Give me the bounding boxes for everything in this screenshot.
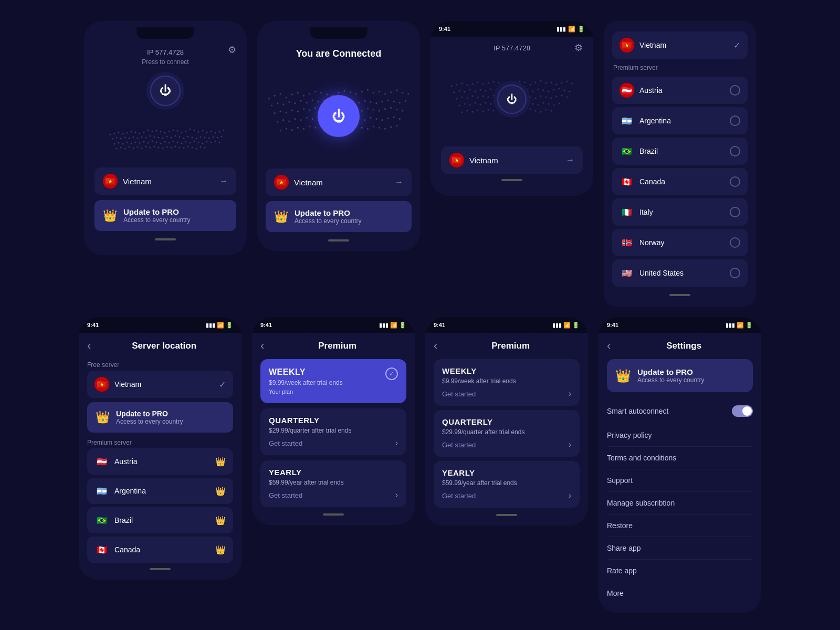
svg-point-304 xyxy=(548,103,550,105)
svg-point-241 xyxy=(572,83,573,85)
setting-rate[interactable]: Rate app xyxy=(607,560,753,582)
world-map xyxy=(94,116,236,163)
us-server-item[interactable]: 🇺🇸 United States xyxy=(612,259,748,287)
svg-point-32 xyxy=(129,138,130,139)
vietnam-country-row-3[interactable]: 🇻🇳 Vietnam → xyxy=(441,146,583,174)
svg-point-2 xyxy=(118,132,120,133)
brazil-label-sl: Brazil xyxy=(114,516,210,524)
yearly-cta[interactable]: Get started xyxy=(269,491,302,499)
vietnam-flag-sl: 🇻🇳 xyxy=(94,377,109,392)
privacy-label: Privacy policy xyxy=(607,431,652,439)
setting-more[interactable]: More xyxy=(607,582,753,604)
screen-premium-2: 9:41 ▮▮▮ 📶 🔋 ‹ Premium WEEKLY $9.99/week… xyxy=(425,317,588,526)
svg-point-195 xyxy=(393,117,395,118)
svg-point-63 xyxy=(148,142,149,144)
svg-point-267 xyxy=(467,98,468,99)
weekly-plan-price-2: $9.99/week after trial ends xyxy=(442,377,571,385)
svg-point-3 xyxy=(122,133,124,135)
svg-point-80 xyxy=(219,142,220,143)
weekly-plan-2[interactable]: WEEKLY $9.99/week after trial ends Get s… xyxy=(434,359,580,406)
svg-point-153 xyxy=(280,110,281,112)
power-button[interactable]: ⏻ xyxy=(146,72,184,110)
argentina-flag: 🇦🇷 xyxy=(620,113,634,128)
svg-point-48 xyxy=(196,138,197,140)
argentina-server-item[interactable]: 🇦🇷 Argentina xyxy=(612,107,748,134)
svg-point-51 xyxy=(208,138,210,139)
vietnam-flag-panel: 🇻🇳 xyxy=(620,38,634,52)
svg-point-222 xyxy=(472,83,474,85)
quarterly-plan-name-2: QUARTERLY xyxy=(442,417,571,426)
svg-point-159 xyxy=(314,107,316,109)
svg-point-260 xyxy=(548,91,550,92)
svg-point-8 xyxy=(143,132,145,133)
setting-smart-autoconnect[interactable]: Smart autoconnect xyxy=(607,398,753,424)
svg-point-214 xyxy=(379,127,380,128)
setting-privacy[interactable]: Privacy policy xyxy=(607,424,753,447)
power-button-3[interactable]: ⏻ xyxy=(494,81,530,118)
svg-point-312 xyxy=(488,109,489,111)
yearly-cta-2[interactable]: Get started xyxy=(442,492,476,500)
svg-point-30 xyxy=(120,138,122,140)
norway-server-item[interactable]: 🇳🇴 Norway xyxy=(612,229,748,256)
yearly-plan-2[interactable]: YEARLY $59.99/year after trial ends Get … xyxy=(434,461,580,508)
crown-icon: 👑 xyxy=(103,209,117,223)
toggle-smart[interactable] xyxy=(732,405,753,417)
argentina-label: Argentina xyxy=(639,117,724,125)
vietnam-country-row-connected[interactable]: 🇻🇳 Vietnam → xyxy=(266,169,412,196)
back-button-sl[interactable]: ‹ xyxy=(87,339,91,353)
yearly-plan[interactable]: YEARLY $59.99/year after trial ends Get … xyxy=(260,460,406,507)
brazil-server-item[interactable]: 🇧🇷 Brazil xyxy=(612,138,748,165)
norway-flag: 🇳🇴 xyxy=(620,235,634,250)
back-button-p1[interactable]: ‹ xyxy=(260,339,264,353)
italy-server-item[interactable]: 🇮🇹 Italy xyxy=(612,198,748,226)
svg-point-87 xyxy=(141,148,143,149)
austria-item-sl[interactable]: 🇦🇹 Austria 👑 xyxy=(87,448,233,475)
brazil-item-sl[interactable]: 🇧🇷 Brazil 👑 xyxy=(87,507,233,533)
setting-terms[interactable]: Terms and conditions xyxy=(607,447,753,469)
pro-banner-settings[interactable]: 👑 Update to PRO Access to every country xyxy=(607,359,753,392)
gear-icon[interactable]: ⚙ xyxy=(228,44,236,56)
setting-share[interactable]: Share app xyxy=(607,537,753,560)
power-button-active[interactable]: ⏻ xyxy=(318,95,360,137)
weekly-cta-2[interactable]: Get started xyxy=(442,390,476,398)
setting-support[interactable]: Support xyxy=(607,469,753,492)
pro-upgrade-banner[interactable]: 👑 Update to PRO Access to every country xyxy=(94,200,236,231)
svg-point-10 xyxy=(152,131,153,132)
svg-point-43 xyxy=(175,135,176,137)
svg-point-201 xyxy=(303,128,304,130)
vietnam-free-item[interactable]: 🇻🇳 Vietnam ✓ xyxy=(87,371,233,398)
svg-point-261 xyxy=(553,89,555,91)
settings-title: Settings xyxy=(615,341,753,351)
back-button-settings[interactable]: ‹ xyxy=(607,339,611,353)
svg-point-167 xyxy=(361,110,363,111)
austria-server-item[interactable]: 🇦🇹 Austria xyxy=(612,77,748,104)
svg-point-64 xyxy=(152,141,153,142)
svg-point-152 xyxy=(274,112,276,114)
vietnam-server-item[interactable]: 🇻🇳 Vietnam ✓ xyxy=(612,32,748,59)
back-button-p2[interactable]: ‹ xyxy=(434,339,437,353)
canada-server-item[interactable]: 🇨🇦 Canada xyxy=(612,168,748,195)
quarterly-cta[interactable]: Get started xyxy=(269,439,302,447)
quarterly-cta-2[interactable]: Get started xyxy=(442,441,476,449)
pro-upgrade-banner-2[interactable]: 👑 Update to PRO Access to every country xyxy=(266,201,412,232)
gear-icon-3[interactable]: ⚙ xyxy=(574,42,583,54)
svg-point-180 xyxy=(306,117,307,119)
pro-banner-sl[interactable]: 👑 Update to PRO Access to every country xyxy=(87,402,233,433)
quarterly-plan[interactable]: QUARTERLY $29.99/quarter after trial end… xyxy=(260,408,406,455)
svg-point-31 xyxy=(124,137,126,139)
setting-restore[interactable]: Restore xyxy=(607,514,753,537)
setting-manage[interactable]: Manage subscribtion xyxy=(607,492,753,514)
svg-point-23 xyxy=(206,132,208,133)
vietnam-country-row[interactable]: 🇻🇳 Vietnam → xyxy=(94,167,236,195)
us-label: United States xyxy=(639,269,724,277)
svg-point-224 xyxy=(482,83,484,85)
weekly-plan[interactable]: WEEKLY $9.99/week after trial ends Your … xyxy=(260,359,406,403)
svg-point-203 xyxy=(314,127,316,128)
canada-item-sl[interactable]: 🇨🇦 Canada 👑 xyxy=(87,537,233,563)
svg-point-83 xyxy=(124,148,126,150)
svg-point-99 xyxy=(192,147,193,149)
quarterly-plan-2[interactable]: QUARTERLY $29.99/quarter after trial end… xyxy=(434,410,580,457)
argentina-item-sl[interactable]: 🇦🇷 Argentina 👑 xyxy=(87,478,233,504)
svg-point-27 xyxy=(223,130,225,131)
svg-point-174 xyxy=(402,110,403,111)
